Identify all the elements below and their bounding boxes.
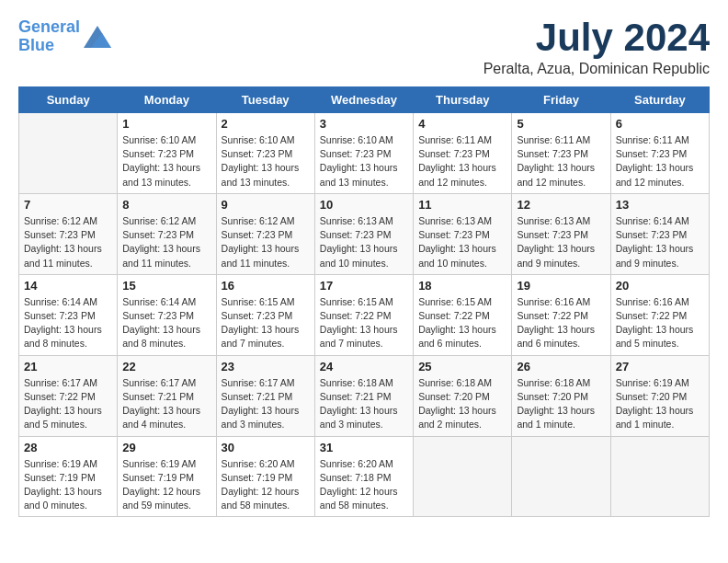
day-info: Sunrise: 6:15 AM Sunset: 7:23 PM Dayligh… bbox=[222, 295, 310, 351]
weekday-header-wednesday: Wednesday bbox=[314, 87, 413, 113]
location: Peralta, Azua, Dominican Republic bbox=[483, 61, 710, 77]
day-number: 16 bbox=[222, 279, 310, 293]
calendar-cell: 29Sunrise: 6:19 AM Sunset: 7:19 PM Dayli… bbox=[118, 436, 216, 517]
day-info: Sunrise: 6:14 AM Sunset: 7:23 PM Dayligh… bbox=[616, 214, 704, 270]
weekday-header-saturday: Saturday bbox=[610, 87, 709, 113]
calendar-cell: 8Sunrise: 6:12 AM Sunset: 7:23 PM Daylig… bbox=[118, 193, 216, 274]
day-info: Sunrise: 6:11 AM Sunset: 7:23 PM Dayligh… bbox=[418, 133, 506, 190]
day-info: Sunrise: 6:17 AM Sunset: 7:22 PM Dayligh… bbox=[24, 376, 112, 432]
title-block: July 2024 Peralta, Azua, Dominican Repub… bbox=[483, 18, 710, 77]
day-number: 2 bbox=[222, 117, 310, 131]
logo-general: General bbox=[18, 17, 80, 36]
day-number: 24 bbox=[320, 360, 408, 373]
weekday-header-thursday: Thursday bbox=[414, 87, 512, 113]
calendar-cell: 31Sunrise: 6:20 AM Sunset: 7:18 PM Dayli… bbox=[314, 436, 413, 517]
calendar-cell: 20Sunrise: 6:16 AM Sunset: 7:22 PM Dayli… bbox=[610, 274, 709, 355]
day-info: Sunrise: 6:16 AM Sunset: 7:22 PM Dayligh… bbox=[616, 295, 704, 351]
day-info: Sunrise: 6:20 AM Sunset: 7:19 PM Dayligh… bbox=[222, 457, 310, 513]
day-info: Sunrise: 6:13 AM Sunset: 7:23 PM Dayligh… bbox=[517, 214, 605, 270]
calendar-week-4: 21Sunrise: 6:17 AM Sunset: 7:22 PM Dayli… bbox=[19, 355, 710, 436]
day-info: Sunrise: 6:12 AM Sunset: 7:23 PM Dayligh… bbox=[222, 214, 310, 270]
day-info: Sunrise: 6:13 AM Sunset: 7:23 PM Dayligh… bbox=[418, 214, 506, 270]
calendar-cell: 30Sunrise: 6:20 AM Sunset: 7:19 PM Dayli… bbox=[216, 436, 314, 517]
day-number: 31 bbox=[320, 441, 408, 454]
calendar-cell: 3Sunrise: 6:10 AM Sunset: 7:23 PM Daylig… bbox=[314, 113, 413, 194]
day-info: Sunrise: 6:10 AM Sunset: 7:23 PM Dayligh… bbox=[222, 133, 310, 190]
calendar-header: SundayMondayTuesdayWednesdayThursdayFrid… bbox=[19, 87, 710, 113]
day-number: 13 bbox=[616, 198, 704, 212]
day-number: 27 bbox=[616, 360, 704, 373]
day-info: Sunrise: 6:15 AM Sunset: 7:22 PM Dayligh… bbox=[418, 295, 506, 351]
calendar-cell: 10Sunrise: 6:13 AM Sunset: 7:23 PM Dayli… bbox=[314, 193, 413, 274]
calendar-body: 1Sunrise: 6:10 AM Sunset: 7:23 PM Daylig… bbox=[19, 113, 710, 517]
day-number: 7 bbox=[24, 198, 112, 212]
day-info: Sunrise: 6:12 AM Sunset: 7:23 PM Dayligh… bbox=[24, 214, 112, 270]
day-number: 1 bbox=[122, 117, 210, 131]
calendar-cell bbox=[512, 436, 610, 517]
day-info: Sunrise: 6:17 AM Sunset: 7:21 PM Dayligh… bbox=[122, 376, 210, 432]
weekday-row: SundayMondayTuesdayWednesdayThursdayFrid… bbox=[19, 87, 710, 113]
day-info: Sunrise: 6:16 AM Sunset: 7:22 PM Dayligh… bbox=[517, 295, 605, 351]
logo-blue: Blue bbox=[18, 36, 54, 54]
day-info: Sunrise: 6:18 AM Sunset: 7:20 PM Dayligh… bbox=[517, 376, 605, 432]
calendar-cell: 9Sunrise: 6:12 AM Sunset: 7:23 PM Daylig… bbox=[216, 193, 314, 274]
day-info: Sunrise: 6:11 AM Sunset: 7:23 PM Dayligh… bbox=[616, 133, 704, 190]
calendar-cell: 25Sunrise: 6:18 AM Sunset: 7:20 PM Dayli… bbox=[414, 355, 512, 436]
calendar-cell bbox=[610, 436, 709, 517]
calendar-cell: 16Sunrise: 6:15 AM Sunset: 7:23 PM Dayli… bbox=[216, 274, 314, 355]
day-number: 21 bbox=[24, 360, 112, 373]
day-number: 9 bbox=[222, 198, 310, 212]
day-number: 12 bbox=[517, 198, 605, 212]
calendar-cell: 12Sunrise: 6:13 AM Sunset: 7:23 PM Dayli… bbox=[512, 193, 610, 274]
calendar-cell: 5Sunrise: 6:11 AM Sunset: 7:23 PM Daylig… bbox=[512, 113, 610, 194]
day-info: Sunrise: 6:19 AM Sunset: 7:19 PM Dayligh… bbox=[24, 457, 112, 513]
page-header: General Blue July 2024 Peralta, Azua, Do… bbox=[18, 18, 710, 77]
calendar-week-2: 7Sunrise: 6:12 AM Sunset: 7:23 PM Daylig… bbox=[19, 193, 710, 274]
calendar-table: SundayMondayTuesdayWednesdayThursdayFrid… bbox=[18, 86, 710, 517]
day-info: Sunrise: 6:10 AM Sunset: 7:23 PM Dayligh… bbox=[122, 133, 210, 190]
day-info: Sunrise: 6:17 AM Sunset: 7:21 PM Dayligh… bbox=[222, 376, 310, 432]
day-number: 10 bbox=[320, 198, 408, 212]
calendar-cell: 15Sunrise: 6:14 AM Sunset: 7:23 PM Dayli… bbox=[118, 274, 216, 355]
weekday-header-tuesday: Tuesday bbox=[216, 87, 314, 113]
calendar-cell: 17Sunrise: 6:15 AM Sunset: 7:22 PM Dayli… bbox=[314, 274, 413, 355]
weekday-header-sunday: Sunday bbox=[19, 87, 118, 113]
day-number: 29 bbox=[122, 441, 210, 454]
weekday-header-friday: Friday bbox=[512, 87, 610, 113]
calendar-cell: 1Sunrise: 6:10 AM Sunset: 7:23 PM Daylig… bbox=[118, 113, 216, 194]
logo-text: General Blue bbox=[18, 18, 80, 55]
day-info: Sunrise: 6:19 AM Sunset: 7:19 PM Dayligh… bbox=[122, 457, 210, 513]
day-number: 20 bbox=[616, 279, 704, 293]
day-info: Sunrise: 6:14 AM Sunset: 7:23 PM Dayligh… bbox=[24, 295, 112, 351]
day-info: Sunrise: 6:11 AM Sunset: 7:23 PM Dayligh… bbox=[517, 133, 605, 190]
day-info: Sunrise: 6:12 AM Sunset: 7:23 PM Dayligh… bbox=[122, 214, 210, 270]
calendar-cell bbox=[414, 436, 512, 517]
day-number: 4 bbox=[418, 117, 506, 131]
calendar-cell: 6Sunrise: 6:11 AM Sunset: 7:23 PM Daylig… bbox=[610, 113, 709, 194]
day-number: 30 bbox=[222, 441, 310, 454]
calendar-cell: 14Sunrise: 6:14 AM Sunset: 7:23 PM Dayli… bbox=[19, 274, 118, 355]
day-number: 25 bbox=[418, 360, 506, 373]
calendar-cell: 4Sunrise: 6:11 AM Sunset: 7:23 PM Daylig… bbox=[414, 113, 512, 194]
day-number: 18 bbox=[418, 279, 506, 293]
calendar-cell: 7Sunrise: 6:12 AM Sunset: 7:23 PM Daylig… bbox=[19, 193, 118, 274]
day-number: 6 bbox=[616, 117, 704, 131]
logo: General Blue bbox=[18, 18, 111, 55]
logo-icon bbox=[84, 26, 111, 48]
day-info: Sunrise: 6:10 AM Sunset: 7:23 PM Dayligh… bbox=[320, 133, 408, 190]
day-info: Sunrise: 6:13 AM Sunset: 7:23 PM Dayligh… bbox=[320, 214, 408, 270]
calendar-week-3: 14Sunrise: 6:14 AM Sunset: 7:23 PM Dayli… bbox=[19, 274, 710, 355]
month-title: July 2024 bbox=[483, 18, 710, 57]
day-number: 28 bbox=[24, 441, 112, 454]
calendar-cell: 28Sunrise: 6:19 AM Sunset: 7:19 PM Dayli… bbox=[19, 436, 118, 517]
day-number: 22 bbox=[122, 360, 210, 373]
day-number: 14 bbox=[24, 279, 112, 293]
day-number: 5 bbox=[517, 117, 605, 131]
day-info: Sunrise: 6:20 AM Sunset: 7:18 PM Dayligh… bbox=[320, 457, 408, 513]
calendar-cell: 11Sunrise: 6:13 AM Sunset: 7:23 PM Dayli… bbox=[414, 193, 512, 274]
day-number: 19 bbox=[517, 279, 605, 293]
calendar-week-5: 28Sunrise: 6:19 AM Sunset: 7:19 PM Dayli… bbox=[19, 436, 710, 517]
day-info: Sunrise: 6:18 AM Sunset: 7:21 PM Dayligh… bbox=[320, 376, 408, 432]
day-number: 23 bbox=[222, 360, 310, 373]
calendar-cell: 22Sunrise: 6:17 AM Sunset: 7:21 PM Dayli… bbox=[118, 355, 216, 436]
